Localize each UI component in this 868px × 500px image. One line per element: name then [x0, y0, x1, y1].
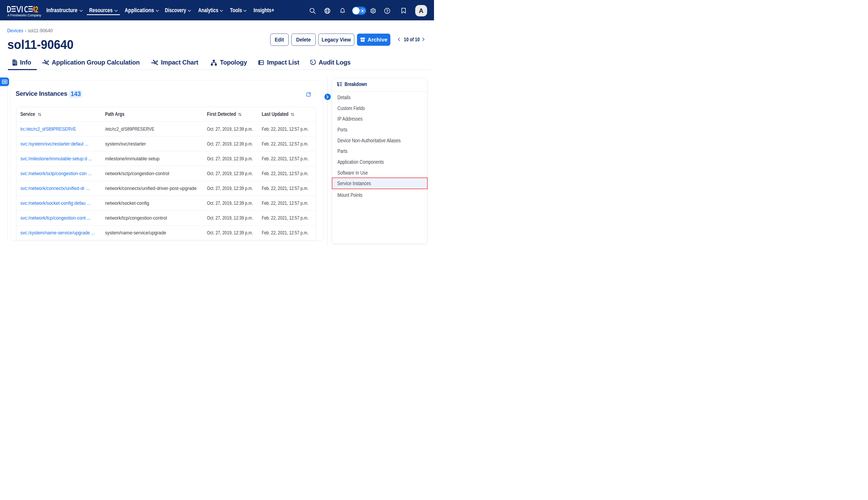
svg-text:2: 2	[35, 6, 38, 14]
